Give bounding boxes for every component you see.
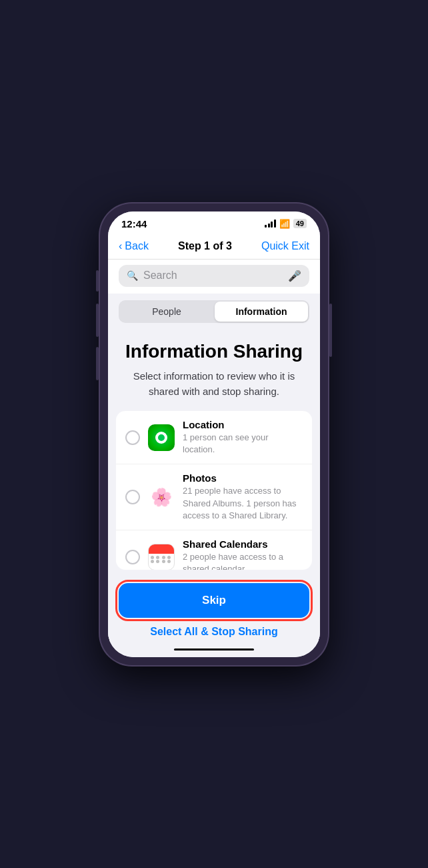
nav-title: Step 1 of 3 (178, 240, 232, 252)
location-icon (148, 424, 175, 451)
location-text: Location 1 person can see your location. (183, 419, 303, 456)
radio-photos[interactable] (125, 490, 140, 504)
page-title: Information Sharing (121, 340, 307, 363)
bottom-section: Skip Select All & Stop Sharing (108, 574, 320, 644)
photos-icon: 🌸 (148, 484, 175, 510)
photos-text: Photos 21 people have access to Shared A… (183, 472, 303, 522)
list-item[interactable]: 🌸 Photos 21 people have access to Shared… (116, 464, 312, 530)
search-bar-container: 🔍 Search 🎤 (108, 260, 320, 294)
mute-button[interactable] (96, 270, 99, 292)
list-item[interactable]: Shared Calendars 2 people have access to… (116, 530, 312, 570)
phone-screen: 12:44 📶 49 ‹ Back Step 1 of 3 Quick Exit… (108, 211, 320, 657)
volume-down-button[interactable] (96, 347, 99, 380)
tab-people[interactable]: People (120, 302, 213, 322)
wifi-icon: 📶 (279, 219, 290, 229)
calendar-icon (148, 544, 175, 570)
nav-bar: ‹ Back Step 1 of 3 Quick Exit (108, 234, 320, 260)
location-desc: 1 person can see your location. (183, 432, 303, 456)
microphone-icon[interactable]: 🎤 (288, 270, 301, 282)
signal-icon (265, 220, 276, 228)
radio-location[interactable] (125, 430, 140, 445)
calendars-text: Shared Calendars 2 people have access to… (183, 538, 303, 570)
search-bar[interactable]: 🔍 Search 🎤 (119, 265, 309, 287)
back-button[interactable]: ‹ Back (119, 240, 149, 252)
title-section: Information Sharing Select information t… (108, 330, 320, 408)
battery-icon: 49 (293, 219, 307, 228)
page-subtitle: Select information to review who it is s… (121, 369, 307, 399)
list-item[interactable]: Location 1 person can see your location. (116, 411, 312, 464)
chevron-left-icon: ‹ (119, 240, 122, 252)
status-bar: 12:44 📶 49 (108, 211, 320, 234)
radio-calendars[interactable] (125, 550, 140, 564)
back-label: Back (125, 240, 149, 252)
photos-desc: 21 people have access to Shared Albums. … (183, 485, 303, 522)
home-indicator (174, 648, 254, 650)
search-input[interactable]: Search (143, 270, 283, 282)
power-button[interactable] (329, 304, 332, 357)
status-time: 12:44 (121, 218, 147, 230)
skip-button[interactable]: Skip (119, 583, 309, 618)
location-title: Location (183, 419, 303, 430)
select-all-button[interactable]: Select All & Stop Sharing (150, 626, 277, 638)
volume-up-button[interactable] (96, 304, 99, 337)
status-icons: 📶 49 (265, 219, 307, 229)
phone-device: 12:44 📶 49 ‹ Back Step 1 of 3 Quick Exit… (100, 203, 328, 665)
calendars-desc: 2 people have access to a shared calenda… (183, 551, 303, 570)
items-list: Location 1 person can see your location.… (116, 411, 312, 570)
tab-information[interactable]: Information (215, 302, 308, 322)
quick-exit-button[interactable]: Quick Exit (261, 240, 309, 252)
main-content: Information Sharing Select information t… (108, 330, 320, 657)
photos-title: Photos (183, 472, 303, 484)
calendars-title: Shared Calendars (183, 538, 303, 550)
segmented-control: People Information (119, 300, 309, 323)
search-icon: 🔍 (127, 270, 138, 281)
